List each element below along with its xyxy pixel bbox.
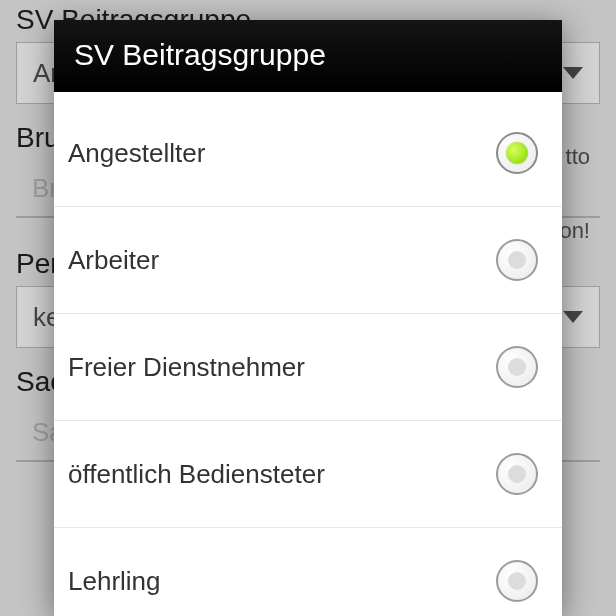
select-dialog: SV Beitragsgruppe Angestellter Arbeiter … — [54, 20, 562, 616]
option-lehrling[interactable]: Lehrling — [54, 528, 562, 616]
option-label: Arbeiter — [68, 245, 159, 276]
option-freier-dienstnehmer[interactable]: Freier Dienstnehmer — [54, 314, 562, 421]
radio-icon — [496, 453, 538, 495]
option-oeffentlich-bediensteter[interactable]: öffentlich Bediensteter — [54, 421, 562, 528]
dialog-options-list: Angestellter Arbeiter Freier Dienstnehme… — [54, 92, 562, 616]
option-label: Freier Dienstnehmer — [68, 352, 305, 383]
option-label: Angestellter — [68, 138, 205, 169]
radio-icon — [496, 560, 538, 602]
radio-icon — [496, 239, 538, 281]
option-angestellter[interactable]: Angestellter — [54, 92, 562, 207]
option-label: öffentlich Bediensteter — [68, 459, 325, 490]
dialog-title: SV Beitragsgruppe — [54, 20, 562, 92]
radio-icon — [496, 132, 538, 174]
option-label: Lehrling — [68, 566, 161, 597]
radio-icon — [496, 346, 538, 388]
option-arbeiter[interactable]: Arbeiter — [54, 207, 562, 314]
